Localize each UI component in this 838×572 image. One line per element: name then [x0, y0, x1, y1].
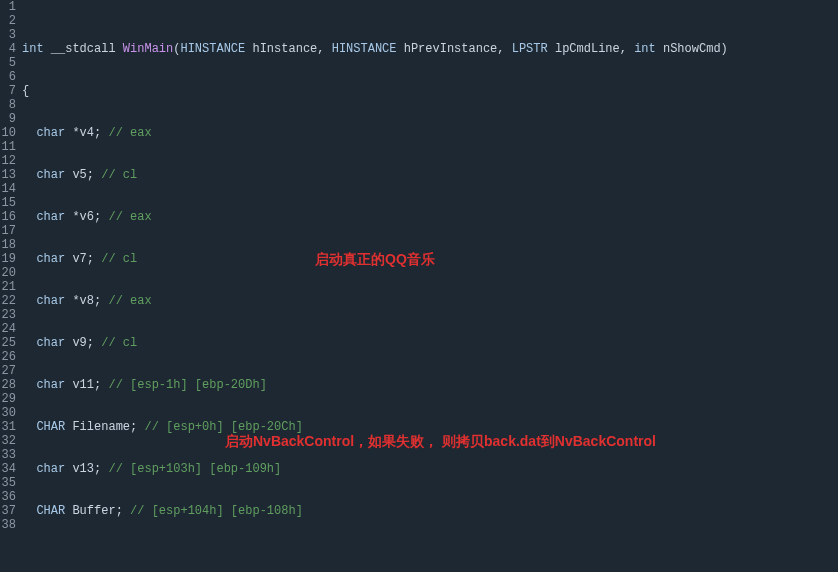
line-number: 33 — [0, 448, 16, 462]
line-number: 20 — [0, 266, 16, 280]
line-number: 28 — [0, 378, 16, 392]
code-line: CHAR Buffer; // [esp+104h] [ebp-108h] — [22, 504, 838, 518]
code-line: char v13; // [esp+103h] [ebp-109h] — [22, 462, 838, 476]
line-number: 10 — [0, 126, 16, 140]
line-number: 32 — [0, 434, 16, 448]
code-line: int __stdcall WinMain(HINSTANCE hInstanc… — [22, 42, 838, 56]
line-number: 22 — [0, 294, 16, 308]
code-line: char v5; // cl — [22, 168, 838, 182]
line-number: 3 — [0, 28, 16, 42]
line-number: 17 — [0, 224, 16, 238]
line-number: 1 — [0, 0, 16, 14]
line-number: 36 — [0, 490, 16, 504]
line-number: 38 — [0, 518, 16, 532]
line-number: 29 — [0, 392, 16, 406]
line-number: 5 — [0, 56, 16, 70]
line-number: 23 — [0, 308, 16, 322]
line-number: 4 — [0, 42, 16, 56]
line-gutter: 1234567891011121314151617181920212223242… — [0, 0, 20, 572]
annotation-2: 启动NvBackControl，如果失败， 则拷贝back.dat到NvBack… — [225, 434, 656, 448]
line-number: 14 — [0, 182, 16, 196]
code-line: char *v4; // eax — [22, 126, 838, 140]
line-number: 6 — [0, 70, 16, 84]
line-number: 15 — [0, 196, 16, 210]
code-line: char *v6; // eax — [22, 210, 838, 224]
line-number: 18 — [0, 238, 16, 252]
line-number: 2 — [0, 14, 16, 28]
line-number: 31 — [0, 420, 16, 434]
code-line: char v9; // cl — [22, 336, 838, 350]
code-line: char v11; // [esp-1h] [ebp-20Dh] — [22, 378, 838, 392]
line-number: 7 — [0, 84, 16, 98]
line-number: 8 — [0, 98, 16, 112]
line-number: 11 — [0, 140, 16, 154]
annotation-1: 启动真正的QQ音乐 — [315, 252, 435, 266]
code-line: { — [22, 84, 838, 98]
line-number: 27 — [0, 364, 16, 378]
line-number: 24 — [0, 322, 16, 336]
line-number: 9 — [0, 112, 16, 126]
line-number: 34 — [0, 462, 16, 476]
line-number: 25 — [0, 336, 16, 350]
line-number: 30 — [0, 406, 16, 420]
code-line — [22, 546, 838, 560]
line-number: 35 — [0, 476, 16, 490]
line-number: 37 — [0, 504, 16, 518]
line-number: 26 — [0, 350, 16, 364]
line-number: 16 — [0, 210, 16, 224]
code-area[interactable]: int __stdcall WinMain(HINSTANCE hInstanc… — [20, 0, 838, 572]
line-number: 12 — [0, 154, 16, 168]
line-number: 21 — [0, 280, 16, 294]
code-line: char *v8; // eax — [22, 294, 838, 308]
line-number: 19 — [0, 252, 16, 266]
code-line: CHAR Filename; // [esp+0h] [ebp-20Ch] — [22, 420, 838, 434]
code-editor: 1234567891011121314151617181920212223242… — [0, 0, 838, 572]
line-number: 13 — [0, 168, 16, 182]
